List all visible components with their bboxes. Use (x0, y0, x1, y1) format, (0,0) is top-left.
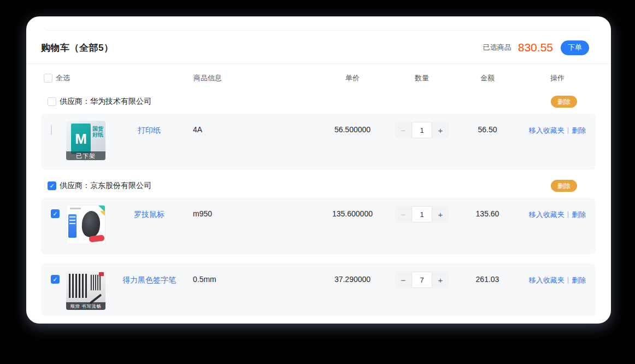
item-checkbox[interactable] (51, 125, 52, 135)
move-to-favorites-link[interactable]: 移入收藏夹 (529, 126, 565, 136)
quantity-stepper: − 1 + (395, 122, 449, 138)
item-checkbox[interactable]: ✓ (51, 275, 60, 284)
qty-plus-button[interactable]: + (432, 272, 449, 288)
action-separator: | (567, 275, 569, 284)
column-header-actions: 操作 (519, 73, 596, 83)
selected-items-label: 已选商品 (483, 43, 511, 52)
page-title: 购物车（全部5） (41, 42, 113, 54)
action-separator: | (567, 210, 569, 218)
column-header-amount: 金额 (456, 73, 519, 83)
supplier-checkbox[interactable]: ✓ (48, 181, 56, 190)
delete-item-link[interactable]: 删除 (572, 275, 586, 285)
cart-item-row-paper: M 国货好纸 已下架 打印纸 4A 56.500000 − 1 + 56.50 … (41, 114, 596, 170)
column-header-qty: 数量 (388, 73, 456, 83)
qty-input[interactable]: 7 (411, 272, 432, 288)
red-tag-graphic (99, 272, 104, 276)
item-name-link[interactable]: 打印纸 (138, 126, 161, 134)
logitech-logo-graphic (70, 208, 81, 209)
item-qty-cell: − 1 + (388, 114, 456, 138)
item-name-link[interactable]: 罗技鼠标 (134, 210, 164, 219)
move-to-favorites-link[interactable]: 移入收藏夹 (529, 275, 565, 285)
move-to-favorites-link[interactable]: 移入收藏夹 (529, 210, 565, 220)
supplier-checkbox[interactable] (48, 97, 56, 106)
item-name-zone: 罗技鼠标 (105, 198, 193, 220)
cart-summary: 已选商品 830.55 下单 (483, 40, 589, 55)
column-header-info: 商品信息 (193, 73, 222, 83)
cart-item-row-pen: ✓ 顺滑 书写流畅 得力黑色签字笔 0.5mm 37.290000 − 7 + … (41, 263, 596, 316)
item-unit-price: 37.290000 (317, 263, 388, 284)
product-image-pens[interactable]: 顺滑 书写流畅 (66, 271, 105, 310)
supplier-row-jd: ✓ 供应商：京东股份有限公司 删除 (41, 178, 596, 194)
product-image-paper[interactable]: M 国货好纸 已下架 (66, 121, 105, 160)
product-image-mouse[interactable] (66, 205, 105, 244)
item-info-cell: 罗技鼠标 m950 (66, 198, 317, 244)
promo-ribbon (89, 235, 105, 243)
item-info-cell: M 国货好纸 已下架 打印纸 4A (66, 114, 317, 160)
item-name-link[interactable]: 得力黑色签字笔 (122, 275, 176, 284)
item-actions-cell: 移入收藏夹 | 删除 (519, 198, 596, 220)
column-header-price: 单价 (317, 73, 388, 83)
table-header-row: 全选 商品信息 单价 数量 金额 操作 (41, 66, 596, 90)
supplier-name: 供应商：华为技术有限公司 (60, 97, 151, 107)
qty-minus-button[interactable]: − (395, 272, 411, 288)
item-unit-price: 135.600000 (317, 198, 388, 218)
supplier-select: 供应商：华为技术有限公司 (48, 97, 151, 107)
qty-input[interactable]: 1 (411, 122, 432, 138)
select-all-checkbox[interactable] (44, 74, 52, 83)
pen-image-caption: 顺滑 书写流畅 (66, 302, 105, 310)
quantity-stepper: − 1 + (395, 206, 449, 222)
cart-item-row-mouse: ✓ 罗技鼠标 m950 135.600000 − 1 + 135. (41, 198, 596, 254)
item-amount: 135.60 (456, 198, 519, 218)
item-checkbox[interactable]: ✓ (51, 209, 60, 218)
pens-graphic (69, 274, 89, 298)
item-actions-cell: 移入收藏夹 | 删除 (519, 263, 596, 285)
item-check-cell: ✓ (41, 198, 66, 218)
supplier-delete-button[interactable]: 删除 (551, 180, 577, 192)
item-check-cell (41, 114, 66, 135)
item-actions-cell: 移入收藏夹 | 删除 (519, 114, 596, 136)
item-name-zone: 打印纸 (105, 114, 193, 136)
header-divider (26, 63, 611, 64)
quantity-stepper: − 7 + (395, 272, 449, 288)
item-spec: 0.5mm (193, 263, 216, 284)
qty-plus-button[interactable]: + (432, 122, 449, 138)
item-spec: 4A (193, 114, 202, 134)
qty-input[interactable]: 1 (411, 206, 432, 222)
item-qty-cell: − 1 + (388, 198, 456, 222)
mouse-graphic (81, 210, 101, 238)
supplier-name: 供应商：京东股份有限公司 (60, 181, 151, 191)
mouse-box-stripe (68, 214, 77, 238)
item-info-cell: 顺滑 书写流畅 得力黑色签字笔 0.5mm (66, 263, 317, 310)
action-separator: | (567, 126, 569, 134)
item-amount: 261.03 (456, 263, 519, 284)
item-name-zone: 得力黑色签字笔 (105, 263, 193, 285)
cart-total-amount: 830.55 (518, 41, 553, 54)
item-qty-cell: − 7 + (388, 263, 456, 288)
paper-package-graphic: M (71, 124, 91, 154)
paper-package-text: 国货好纸 (92, 126, 104, 138)
shopping-cart-panel: 购物车（全部5） 已选商品 830.55 下单 全选 商品信息 单价 数量 金额… (26, 16, 611, 324)
supplier-select: ✓ 供应商：京东股份有限公司 (48, 181, 151, 191)
select-all-cell: 全选 商品信息 (41, 73, 317, 83)
qty-minus-button[interactable]: − (395, 206, 411, 222)
supplier-delete-button[interactable]: 删除 (551, 96, 577, 108)
top-divider (46, 30, 591, 31)
supplier-row-huawei: 供应商：华为技术有限公司 删除 (41, 93, 596, 110)
item-check-cell: ✓ (41, 263, 66, 284)
qty-minus-button[interactable]: − (395, 122, 411, 138)
item-amount: 56.50 (456, 114, 519, 134)
item-unit-price: 56.500000 (317, 114, 388, 134)
place-order-button[interactable]: 下单 (561, 40, 589, 55)
refill-pack-graphic (90, 274, 101, 291)
delete-item-link[interactable]: 删除 (572, 210, 586, 220)
qty-plus-button[interactable]: + (432, 206, 449, 222)
cart-header: 购物车（全部5） 已选商品 830.55 下单 (26, 40, 611, 55)
item-spec: m950 (193, 198, 212, 218)
off-shelf-badge: 已下架 (66, 151, 105, 160)
corner-accent-yellow (100, 211, 105, 216)
delete-item-link[interactable]: 删除 (572, 126, 586, 136)
select-all-label: 全选 (56, 73, 70, 83)
